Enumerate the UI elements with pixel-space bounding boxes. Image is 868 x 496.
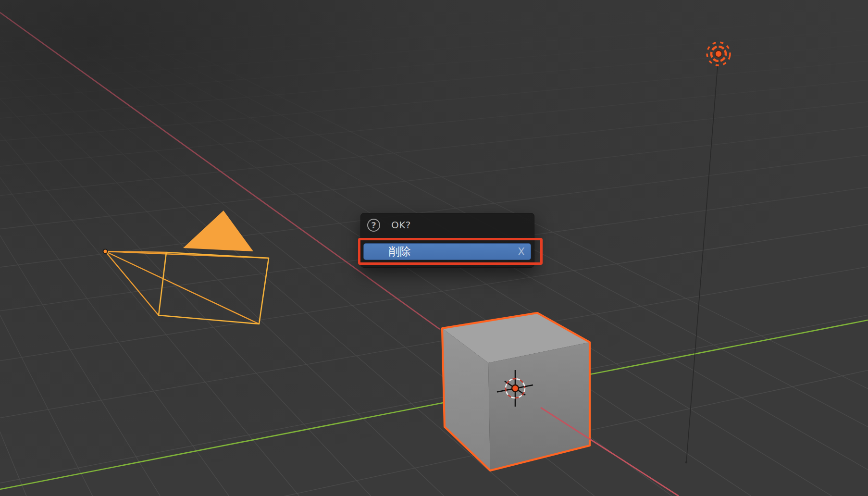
3d-cursor-dot bbox=[512, 385, 519, 392]
camera-origin-dot bbox=[103, 249, 108, 254]
popup-title: OK? bbox=[391, 219, 411, 231]
shortcut-key-hint: X bbox=[518, 246, 525, 258]
question-circle-icon: ? bbox=[367, 219, 380, 232]
light-center-dot bbox=[715, 50, 722, 57]
popup-header: ? OK? bbox=[361, 213, 534, 236]
delete-button-label: 削除 bbox=[389, 244, 411, 259]
confirm-popup: ? OK? 削除 X bbox=[360, 213, 534, 268]
delete-confirm-button[interactable]: 削除 X bbox=[363, 243, 531, 260]
blender-viewport[interactable]: ? OK? 削除 X bbox=[0, 0, 868, 496]
